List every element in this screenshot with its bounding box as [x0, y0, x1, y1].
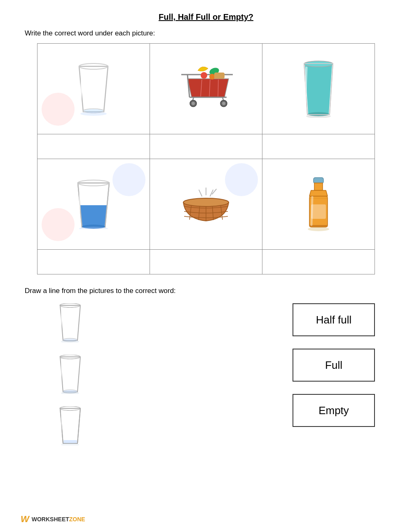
- grid-cell-basket: [150, 159, 262, 250]
- svg-line-43: [199, 190, 202, 196]
- pictures-column: [37, 303, 103, 445]
- svg-rect-48: [314, 183, 323, 190]
- footer-brand-worksheet: WORKSHEET: [32, 516, 69, 523]
- svg-marker-68: [60, 408, 80, 443]
- svg-point-4: [80, 112, 107, 116]
- word-empty: Empty: [318, 404, 349, 417]
- svg-line-53: [311, 197, 312, 225]
- svg-marker-55: [60, 305, 80, 340]
- word-full: Full: [325, 359, 342, 372]
- svg-point-54: [308, 227, 329, 231]
- match-glass-2: [57, 355, 84, 394]
- full-glass-teal-image: [300, 60, 337, 118]
- svg-point-14: [222, 102, 225, 105]
- svg-marker-60: [60, 357, 80, 392]
- footer-brand-zone: ZONE: [69, 516, 85, 523]
- footer-brand: WORKSHEETZONE: [32, 516, 85, 523]
- grid-cell-shopping-cart: [150, 44, 262, 134]
- footer-w-logo: W: [21, 514, 29, 525]
- matching-area: Half full Full Empty: [37, 303, 375, 445]
- svg-point-42: [183, 198, 229, 206]
- empty-glass-image: [73, 62, 114, 116]
- svg-point-18: [209, 74, 215, 80]
- grid-cell-empty-glass: [37, 44, 150, 134]
- svg-marker-65: [60, 408, 80, 443]
- svg-point-17: [201, 72, 207, 79]
- svg-marker-66: [63, 440, 77, 443]
- svg-marker-5: [187, 79, 229, 97]
- instruction-1: Write the correct word under each pictur…: [25, 29, 387, 37]
- answer-cell-5[interactable]: [150, 250, 262, 274]
- grid-cell-half-glass: [37, 159, 150, 250]
- svg-marker-31: [80, 205, 107, 226]
- grid-cell-full-glass-teal: [262, 44, 375, 134]
- match-glass-1: [57, 303, 84, 342]
- answer-cell-4[interactable]: [37, 250, 150, 274]
- answer-cell-1[interactable]: [37, 134, 150, 159]
- answer-cell-6[interactable]: [262, 250, 375, 274]
- word-box-empty: Empty: [293, 394, 375, 427]
- word-box-half-full: Half full: [293, 303, 375, 336]
- image-grid: [37, 43, 375, 274]
- svg-point-12: [192, 102, 195, 105]
- grid-cell-bottle: [262, 159, 375, 250]
- svg-marker-0: [79, 66, 108, 112]
- footer: W WORKSHEETZONE: [21, 514, 85, 525]
- half-glass-image: [73, 180, 114, 229]
- bottle-image: [302, 176, 335, 233]
- page-title: Full, Half Full or Empty?: [25, 12, 387, 22]
- word-box-full: Full: [293, 349, 375, 382]
- shopping-cart-image: [175, 62, 237, 116]
- section-2: Draw a line from the pictures to the cor…: [25, 287, 387, 445]
- word-half-full: Half full: [316, 314, 352, 326]
- svg-rect-51: [311, 204, 326, 219]
- words-column: Half full Full Empty: [293, 303, 375, 427]
- answer-cell-2[interactable]: [150, 134, 262, 159]
- svg-marker-24: [305, 64, 332, 114]
- answer-cell-3[interactable]: [262, 134, 375, 159]
- match-glass-3: [57, 406, 84, 445]
- svg-rect-19: [214, 73, 225, 79]
- svg-rect-47: [314, 178, 323, 183]
- instruction-2: Draw a line from the pictures to the cor…: [25, 287, 387, 295]
